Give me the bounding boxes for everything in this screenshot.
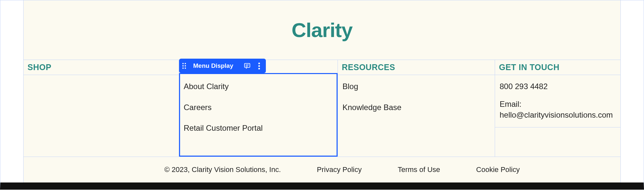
footer-link[interactable]: Knowledge Base	[342, 102, 490, 113]
brand-logo[interactable]: Clarity	[24, 18, 620, 42]
widget-toolbar[interactable]: Menu Display	[179, 59, 266, 73]
footer-legal-link[interactable]: Terms of Use	[398, 165, 440, 174]
column-resources-title: RESOURCES	[338, 60, 495, 75]
column-shop-title: SHOP	[24, 60, 179, 75]
widget-toolbar-label: Menu Display	[191, 62, 239, 69]
contact-phone: 800 293 4482	[500, 81, 616, 92]
column-contact: GET IN TOUCH 800 293 4482 Email: hello@c…	[495, 60, 620, 157]
footer-link[interactable]: Blog	[342, 81, 490, 92]
page-canvas: Clarity SHOP Menu Display	[0, 0, 644, 190]
drag-handle-icon[interactable]	[182, 63, 187, 69]
column-contact-title: GET IN TOUCH	[495, 60, 620, 75]
footer-link[interactable]: About Clarity	[184, 81, 333, 92]
logo-area: Clarity	[24, 0, 620, 60]
copyright-text: © 2023, Clarity Vision Solutions, Inc.	[164, 165, 281, 174]
footer-columns: SHOP Menu Display	[24, 60, 620, 157]
footer-link[interactable]: Retail Customer Portal	[184, 123, 333, 134]
column-resources-body: Blog Knowledge Base	[338, 75, 495, 121]
comment-icon[interactable]	[244, 62, 251, 69]
contact-email: Email: hello@clarityvisionsolutions.com	[500, 99, 616, 121]
column-shop-body	[24, 75, 179, 89]
footer-legal-link[interactable]: Privacy Policy	[317, 165, 362, 174]
footer-section: Clarity SHOP Menu Display	[23, 0, 621, 182]
footer-legal-link[interactable]: Cookie Policy	[476, 165, 520, 174]
column-company-body: About Clarity Careers Retail Customer Po…	[179, 75, 338, 142]
svg-rect-0	[245, 64, 250, 67]
contact-separator	[495, 127, 620, 157]
kebab-menu-icon[interactable]	[255, 62, 263, 69]
column-resources: RESOURCES Blog Knowledge Base	[338, 60, 495, 157]
footer-link[interactable]: Careers	[184, 102, 333, 113]
footer-bottom-bar: © 2023, Clarity Vision Solutions, Inc. P…	[24, 157, 620, 182]
column-contact-body: 800 293 4482 Email: hello@clarityvisions…	[495, 75, 620, 157]
column-shop: SHOP	[24, 60, 179, 157]
column-company[interactable]: Menu Display About	[179, 60, 338, 157]
